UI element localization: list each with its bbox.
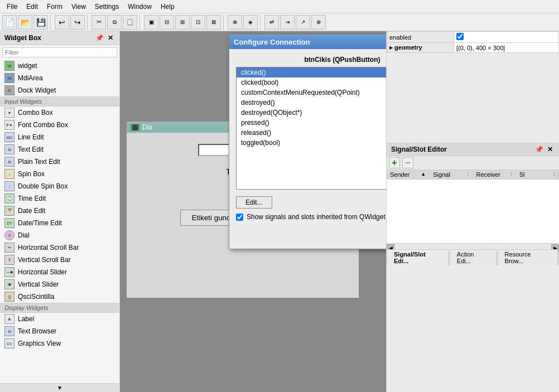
list-item[interactable]: ↕ Double Spin Box <box>0 180 119 192</box>
ss-sender-sort[interactable]: ▲ <box>421 171 426 177</box>
left-panel-item-7[interactable]: toggled(bool) <box>237 138 386 148</box>
ss-remove-btn[interactable]: − <box>402 157 413 168</box>
ss-slot-sort[interactable]: : <box>553 171 555 177</box>
toolbar-break-btn[interactable]: ⊗ <box>228 15 242 30</box>
ss-toolbar: + − <box>387 156 559 170</box>
widget-box-close-icon[interactable]: ✕ <box>106 33 115 42</box>
toolbar-redo-btn[interactable]: ↪ <box>70 15 85 30</box>
list-item[interactable]: |◆ Vertical Slider <box>0 278 119 291</box>
label-label: Label <box>18 315 34 323</box>
h-slider-label: Horizontal Slider <box>18 268 67 276</box>
toolbar-new-btn[interactable]: 📄 <box>2 15 17 30</box>
toolbar-form-btn[interactable]: ⊠ <box>206 15 221 30</box>
tab-resource-browser[interactable]: Resource Brow... <box>498 249 558 265</box>
show-inherited-checkbox[interactable] <box>236 214 243 221</box>
list-item[interactable]: 📅 Date Edit <box>0 205 119 217</box>
dial-label: Dial <box>18 231 30 239</box>
ss-signal-sort[interactable]: : <box>468 171 469 177</box>
list-item[interactable]: A Label <box>0 313 119 325</box>
list-item[interactable]: abc Line Edit <box>0 131 119 143</box>
list-item[interactable]: DT Date/Time Edit <box>0 217 119 229</box>
list-item[interactable]: F▼ Font Combo Box <box>0 119 119 131</box>
toolbar-adjust-btn[interactable]: ◈ <box>243 15 258 30</box>
widget-box-filter <box>2 47 117 57</box>
list-item[interactable]: W widget <box>0 60 119 72</box>
ss-content <box>387 180 559 243</box>
tab-action-edit[interactable]: Action Edi... <box>450 249 497 265</box>
graphics-view-icon: GV <box>4 338 15 349</box>
ss-col-slot: Sl : <box>516 170 559 179</box>
list-item[interactable]: D Dock Widget <box>0 84 119 96</box>
display-widgets-header: Display Widgets <box>0 303 119 313</box>
list-item[interactable]: Ai Text Edit <box>0 143 119 156</box>
ss-editor-title: Signal/Slot Editor 📌 ✕ <box>387 143 559 156</box>
left-panel-title: btnCikis (QPushButton) <box>236 56 386 64</box>
left-panel-list[interactable]: clicked() clicked(bool) customContextMen… <box>236 67 386 190</box>
list-item[interactable]: M MdiArea <box>0 72 119 84</box>
left-panel-item-0[interactable]: clicked() <box>237 67 386 78</box>
menu-settings[interactable]: Settings <box>90 2 123 12</box>
left-panel-item-1[interactable]: clicked(bool) <box>237 78 386 88</box>
widget-box-pin-icon[interactable]: 📌 <box>95 33 104 42</box>
text-browser-label: Text Browser <box>18 327 56 335</box>
list-item[interactable]: Ai Plain Text Edit <box>0 156 119 168</box>
widget-box: Widget Box 📌 ✕ W widget M MdiArea D Dock… <box>0 31 120 392</box>
left-panel-item-3[interactable]: destroyed() <box>237 98 386 108</box>
left-panel-item-5[interactable]: pressed() <box>237 118 386 128</box>
toolbar-cut-btn[interactable]: ✂ <box>91 15 106 30</box>
ss-add-btn[interactable]: + <box>389 157 400 168</box>
toolbar-copy-btn[interactable]: ⧉ <box>107 15 122 30</box>
ss-receiver-sort[interactable]: : <box>510 171 512 177</box>
list-item[interactable]: ◎ Dial <box>0 229 119 241</box>
toolbar-tab-btn[interactable]: ⇥ <box>280 15 295 30</box>
left-panel-item-6[interactable]: released() <box>237 128 386 138</box>
ss-col-receiver: Receiver : <box>473 170 516 179</box>
menu-edit[interactable]: Edit <box>22 2 42 12</box>
toolbar-resource-btn[interactable]: ⊕ <box>311 15 326 30</box>
left-panel-item-4[interactable]: destroyed(QObject*) <box>237 108 386 118</box>
list-item[interactable]: —◆ Horizontal Slider <box>0 266 119 278</box>
tab-signal-slot[interactable]: Signal/Slot Edi... <box>387 249 449 265</box>
menu-window[interactable]: Window <box>123 2 156 12</box>
toolbar-open-btn[interactable]: 📂 <box>18 15 32 30</box>
toolbar-hbox-btn[interactable]: ⊟ <box>160 15 174 30</box>
left-edit-btn[interactable]: Edit... <box>236 196 272 209</box>
menu-form[interactable]: Form <box>42 2 67 12</box>
toolbar-grid-btn[interactable]: ⊡ <box>191 15 205 30</box>
ss-pin-icon[interactable]: 📌 <box>534 145 543 154</box>
list-item[interactable]: ⇕ Vertical Scroll Bar <box>0 254 119 266</box>
toolbar-widget-btn[interactable]: ▣ <box>144 15 158 30</box>
list-item[interactable]: ⇔ Horizontal Scroll Bar <box>0 241 119 254</box>
left-panel-item-2[interactable]: customContextMenuRequested(QPoint) <box>237 88 386 98</box>
toolbar-undo-btn[interactable]: ↩ <box>55 15 69 30</box>
ss-title-text: Signal/Slot Editor <box>391 146 447 153</box>
toolbar-paste-btn[interactable]: 📋 <box>123 15 137 30</box>
prop-val-enabled[interactable] <box>454 32 559 43</box>
menu-view[interactable]: View <box>67 2 90 12</box>
filter-input[interactable] <box>2 47 117 57</box>
dialog-titlebar: Configure Connection ✕ <box>229 35 386 49</box>
widget-box-scroll-down[interactable]: ▼ <box>0 383 119 392</box>
prop-name-enabled: enabled <box>387 32 454 43</box>
toolbar-buddy-btn[interactable]: ↗ <box>296 15 310 30</box>
dialog-content: btnCikis (QPushButton) clicked() clicked… <box>229 49 386 249</box>
list-item[interactable]: ⌚ Time Edit <box>0 192 119 205</box>
list-item[interactable]: GV Graphics View <box>0 337 119 350</box>
toolbar-vbox-btn[interactable]: ⊞ <box>175 15 190 30</box>
dialog-panels: btnCikis (QPushButton) clicked() clicked… <box>236 56 386 190</box>
list-item[interactable]: ▼ Combo Box <box>0 107 119 119</box>
toolbar-signal-btn[interactable]: ⇌ <box>264 15 279 30</box>
toolbar-sep3 <box>139 15 142 30</box>
menu-file[interactable]: File <box>2 2 22 12</box>
toolbar-save-btn[interactable]: 💾 <box>33 15 48 30</box>
enabled-checkbox[interactable] <box>456 33 464 40</box>
date-edit-icon: 📅 <box>4 206 15 216</box>
list-item[interactable]: Q QsciScintilla <box>0 291 119 303</box>
menu-help[interactable]: Help <box>156 2 179 12</box>
list-item[interactable]: Ai Text Browser <box>0 325 119 337</box>
edit-buttons-row: Edit... Edit... <box>236 196 386 209</box>
list-item[interactable]: ↕ Spin Box <box>0 168 119 180</box>
right-panel: enabled ▸ geometry [(0, 0), 400 × 300] S… <box>386 31 559 392</box>
ss-close-icon[interactable]: ✕ <box>546 145 555 154</box>
text-edit-icon: Ai <box>4 144 15 154</box>
